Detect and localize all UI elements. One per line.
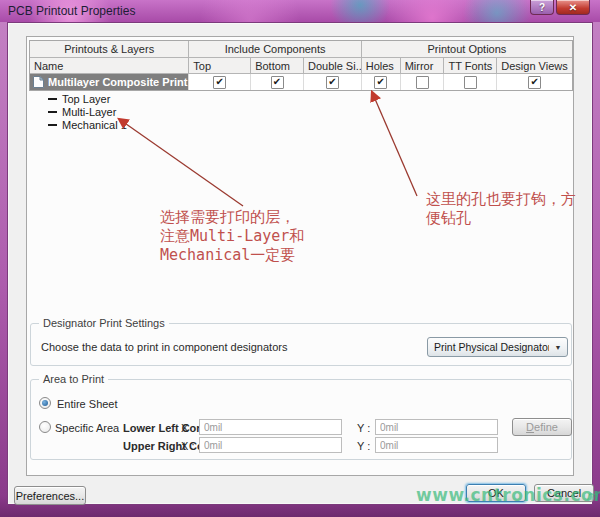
- area-to-print-group: Area to Print Entire Sheet Specific Area…: [30, 379, 572, 460]
- column-header-double-side[interactable]: Double Si...: [304, 58, 362, 73]
- help-button[interactable]: ?: [530, 0, 554, 15]
- layer-name: Top Layer: [62, 93, 110, 105]
- column-header-mirror[interactable]: Mirror: [401, 58, 445, 73]
- define-label: Define: [526, 421, 558, 433]
- upper-right-x-label: X :: [181, 440, 194, 452]
- column-header-name[interactable]: Name: [30, 58, 189, 73]
- entire-sheet-radio[interactable]: [39, 397, 51, 409]
- dropdown-selected-value: Print Physical Designators: [428, 341, 549, 353]
- layer-line-icon: [48, 98, 57, 100]
- cell-design-views: ✔: [497, 74, 572, 90]
- annotation-select-layers: 选择需要打印的层， 注意Multi-Layer和 Mechanical一定要: [160, 208, 304, 265]
- lower-left-y-input[interactable]: [375, 419, 498, 435]
- cell-double-side: ✔: [304, 74, 362, 90]
- define-button[interactable]: Define: [512, 418, 572, 436]
- tree-item-multi-layer[interactable]: Multi-Layer: [29, 105, 573, 118]
- column-header-design-views[interactable]: Design Views: [497, 58, 572, 73]
- help-icon: ?: [539, 2, 545, 13]
- layer-name: Multi-Layer: [62, 106, 116, 118]
- preferences-label: Preferences...: [16, 490, 84, 502]
- annotation-line: 选择需要打印的层，: [160, 208, 304, 227]
- table-column-header-row: Name Top Bottom Double Si... Holes Mirro…: [30, 58, 572, 74]
- cell-top: ✔: [189, 74, 251, 90]
- column-header-tt-fonts[interactable]: TT Fonts: [444, 58, 497, 73]
- layer-line-icon: [48, 124, 57, 126]
- table-group-header-row: Printouts & Layers Include Components Pr…: [30, 41, 572, 58]
- designator-dropdown[interactable]: Print Physical Designators ▼: [427, 337, 568, 357]
- cancel-label: Cancel: [547, 487, 581, 499]
- pcb-printout-properties-window: PCB Printout Properties ? ✕ Printouts & …: [0, 0, 600, 517]
- checkbox-bottom[interactable]: ✔: [271, 76, 284, 89]
- upper-right-x-input[interactable]: [199, 437, 342, 453]
- tree-item-mechanical-1[interactable]: Mechanical 1: [29, 118, 573, 131]
- designator-print-settings-group: Designator Print Settings Choose the dat…: [30, 323, 572, 366]
- group-header-printouts-layers: Printouts & Layers: [30, 41, 189, 57]
- group-header-printout-options: Printout Options: [362, 41, 572, 57]
- titlebar[interactable]: PCB Printout Properties ? ✕: [0, 0, 600, 22]
- lower-left-x-label: X :: [181, 422, 194, 434]
- close-button[interactable]: ✕: [556, 0, 590, 15]
- annotation-line: 便钻孔: [426, 209, 576, 228]
- checkbox-double-side[interactable]: ✔: [326, 76, 339, 89]
- column-header-holes[interactable]: Holes: [362, 58, 401, 73]
- tree-item-top-layer[interactable]: Top Layer: [29, 92, 573, 105]
- annotation-line: Mechanical一定要: [160, 246, 304, 265]
- checkbox-design-views[interactable]: ✔: [528, 76, 541, 89]
- designator-description: Choose the data to print in component de…: [41, 341, 287, 353]
- checkbox-holes[interactable]: ✔: [374, 76, 387, 89]
- cell-tt-fonts: [444, 74, 497, 90]
- group-header-include-components: Include Components: [189, 41, 361, 57]
- printout-row-multilayer-composite-print[interactable]: Multilayer Composite Print: [30, 74, 189, 90]
- layer-line-icon: [48, 111, 57, 113]
- upper-right-y-label: Y :: [357, 440, 370, 452]
- table-row[interactable]: Multilayer Composite Print ✔ ✔ ✔ ✔: [30, 74, 572, 90]
- entire-sheet-label: Entire Sheet: [57, 398, 118, 410]
- ok-button[interactable]: OK: [466, 484, 526, 502]
- specific-area-radio[interactable]: [39, 421, 51, 433]
- column-header-top[interactable]: Top: [189, 58, 251, 73]
- preferences-button[interactable]: Preferences...: [14, 486, 86, 505]
- column-header-bottom[interactable]: Bottom: [251, 58, 304, 73]
- close-icon: ✕: [569, 2, 577, 13]
- layer-name: Mechanical 1: [62, 119, 127, 131]
- upper-right-y-input[interactable]: [375, 437, 498, 453]
- ok-label: OK: [488, 487, 504, 499]
- chevron-down-icon: ▼: [549, 344, 567, 351]
- group-title: Designator Print Settings: [39, 317, 169, 329]
- document-icon: [32, 76, 44, 88]
- printouts-table: Printouts & Layers Include Components Pr…: [29, 40, 573, 91]
- cell-holes: ✔: [362, 74, 401, 90]
- lower-left-y-label: Y :: [357, 422, 370, 434]
- cell-mirror: [401, 74, 445, 90]
- checkbox-tt-fonts[interactable]: [464, 76, 477, 89]
- checkbox-mirror[interactable]: [416, 76, 429, 89]
- specific-area-label: Specific Area: [55, 422, 119, 434]
- annotation-line: 注意Multi-Layer和: [160, 227, 304, 246]
- window-title: PCB Printout Properties: [8, 4, 135, 18]
- annotation-line: 这里的孔也要打钩，方: [426, 190, 576, 209]
- lower-left-x-input[interactable]: [199, 419, 342, 435]
- annotation-check-holes: 这里的孔也要打钩，方 便钻孔: [426, 190, 576, 228]
- cell-bottom: ✔: [251, 74, 304, 90]
- cancel-button[interactable]: Cancel: [534, 484, 594, 502]
- printout-name: Multilayer Composite Print: [48, 76, 187, 88]
- checkbox-top[interactable]: ✔: [213, 76, 226, 89]
- group-title: Area to Print: [39, 373, 108, 385]
